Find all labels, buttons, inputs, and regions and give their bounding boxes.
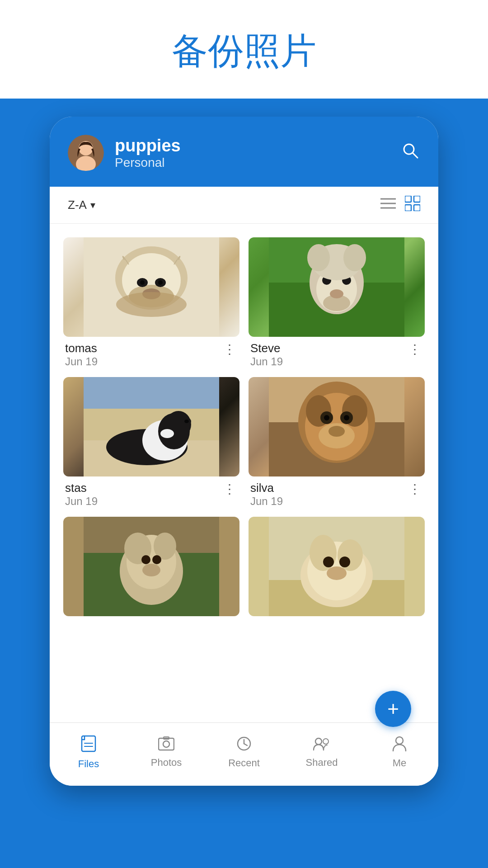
sort-bar: Z-A ▾ <box>50 187 438 224</box>
nav-me[interactable]: Me <box>361 732 438 773</box>
nav-recent[interactable]: Recent <box>205 732 283 773</box>
recent-icon <box>236 736 252 754</box>
svg-point-69 <box>338 539 363 571</box>
svg-point-52 <box>324 415 329 420</box>
top-area: 备份照片 <box>0 0 488 99</box>
content-area: tomas Jun 19 ⋮ <box>50 224 438 722</box>
nav-photos-label: Photos <box>151 757 182 769</box>
svg-point-68 <box>310 535 337 571</box>
svg-point-77 <box>163 741 169 747</box>
svg-line-4 <box>413 153 418 158</box>
file-thumbnail[interactable] <box>249 237 425 337</box>
me-icon <box>392 736 407 754</box>
file-thumbnail[interactable] <box>63 237 239 337</box>
search-button[interactable] <box>400 141 420 165</box>
svg-point-19 <box>140 280 145 285</box>
nav-shared[interactable]: Shared <box>283 732 361 773</box>
file-name: stas <box>65 481 98 495</box>
svg-point-28 <box>330 289 343 298</box>
file-name: Steve <box>250 341 283 355</box>
files-grid: tomas Jun 19 ⋮ <box>63 237 425 616</box>
file-meta: Steve Jun 19 <box>250 341 283 368</box>
page-title: 备份照片 <box>0 27 488 76</box>
svg-rect-11 <box>414 205 420 211</box>
more-options-button[interactable]: ⋮ <box>221 341 238 358</box>
svg-rect-9 <box>414 196 420 202</box>
shared-icon <box>313 736 330 753</box>
file-thumbnail[interactable] <box>249 517 425 616</box>
file-info: stas Jun 19 ⋮ <box>63 476 239 508</box>
svg-point-83 <box>323 739 328 744</box>
file-date: Jun 19 <box>65 495 98 508</box>
svg-rect-76 <box>159 738 174 750</box>
file-info: tomas Jun 19 ⋮ <box>63 337 239 368</box>
files-icon <box>81 735 96 755</box>
add-file-button[interactable]: + <box>375 691 411 727</box>
svg-point-15 <box>129 285 174 307</box>
file-card: silva Jun 19 ⋮ <box>249 377 425 508</box>
svg-point-42 <box>160 429 174 438</box>
file-card: stas Jun 19 ⋮ <box>63 377 239 508</box>
sort-label-text: Z-A <box>68 198 87 212</box>
nav-files[interactable]: Files <box>50 732 127 773</box>
svg-point-61 <box>141 555 150 564</box>
file-name: tomas <box>65 341 98 355</box>
svg-point-82 <box>315 738 322 745</box>
svg-point-41 <box>184 420 189 423</box>
avatar <box>68 135 104 171</box>
file-name: silva <box>250 481 283 495</box>
header-folder-type: Personal <box>115 156 389 170</box>
svg-point-62 <box>152 555 161 564</box>
more-options-button[interactable]: ⋮ <box>407 481 423 497</box>
file-date: Jun 19 <box>250 355 283 368</box>
file-card <box>63 517 239 616</box>
bottom-nav: Files Photos <box>50 722 438 786</box>
svg-point-14 <box>122 253 181 307</box>
file-thumbnail[interactable] <box>63 517 239 616</box>
view-toggle <box>380 196 420 214</box>
file-thumbnail[interactable] <box>63 377 239 476</box>
file-meta: tomas Jun 19 <box>65 341 98 368</box>
svg-point-72 <box>327 566 347 580</box>
grid-view-icon[interactable] <box>405 196 420 214</box>
file-info: Steve Jun 19 ⋮ <box>249 337 425 368</box>
svg-point-53 <box>344 415 349 420</box>
svg-point-71 <box>339 557 350 567</box>
nav-me-label: Me <box>393 757 407 769</box>
file-meta: silva Jun 19 <box>250 481 283 508</box>
sort-selector[interactable]: Z-A ▾ <box>68 198 95 212</box>
file-card <box>249 517 425 616</box>
svg-rect-10 <box>405 205 411 211</box>
more-options-button[interactable]: ⋮ <box>221 481 238 497</box>
file-info: silva Jun 19 ⋮ <box>249 476 425 508</box>
svg-point-54 <box>328 426 345 437</box>
svg-point-30 <box>307 244 330 271</box>
nav-shared-label: Shared <box>306 757 338 769</box>
file-thumbnail[interactable] <box>249 377 425 476</box>
photos-icon <box>158 736 174 753</box>
more-options-button[interactable]: ⋮ <box>407 341 423 358</box>
file-meta: stas Jun 19 <box>65 481 98 508</box>
svg-point-63 <box>142 564 160 576</box>
svg-point-31 <box>343 244 366 271</box>
nav-recent-label: Recent <box>228 757 260 769</box>
app-header: puppies Personal <box>50 117 438 187</box>
svg-point-16 <box>142 288 160 299</box>
svg-line-81 <box>244 744 247 745</box>
chevron-down-icon: ▾ <box>90 199 95 211</box>
file-date: Jun 19 <box>65 355 98 368</box>
list-view-icon[interactable] <box>380 197 396 213</box>
svg-point-20 <box>158 280 163 285</box>
header-folder-name: puppies <box>115 136 389 156</box>
file-card: Steve Jun 19 ⋮ <box>249 237 425 368</box>
header-text: puppies Personal <box>115 136 389 170</box>
file-card: tomas Jun 19 ⋮ <box>63 237 239 368</box>
nav-photos[interactable]: Photos <box>127 732 205 773</box>
svg-point-70 <box>323 557 334 567</box>
nav-files-label: Files <box>78 758 99 770</box>
phone-mockup: puppies Personal Z-A ▾ <box>50 117 438 786</box>
file-date: Jun 19 <box>250 495 283 508</box>
svg-point-84 <box>396 737 403 744</box>
svg-rect-8 <box>405 196 411 202</box>
